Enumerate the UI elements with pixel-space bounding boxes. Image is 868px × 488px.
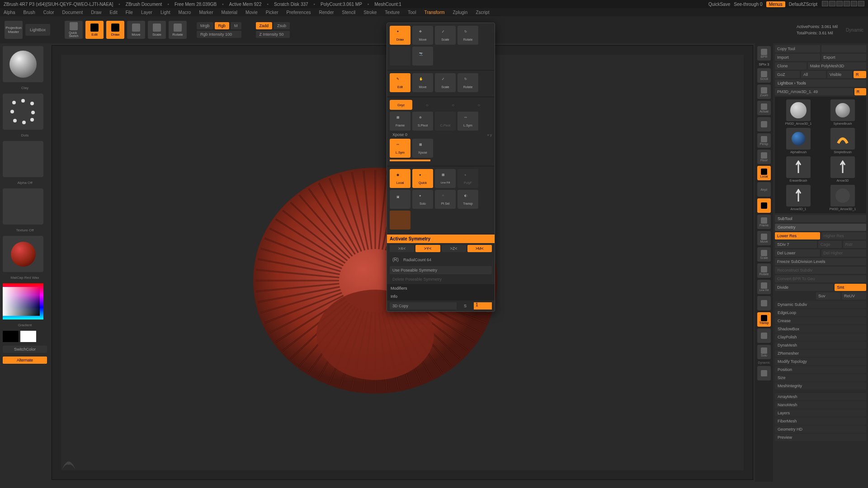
goz-visible-button[interactable]: Visible [827,71,852,78]
m-button[interactable]: M [231,22,241,29]
freeze-subdiv-button[interactable]: Freeze SubDivision Levels [775,258,866,265]
export-button[interactable]: Export [821,54,867,61]
section-meshintegrity[interactable]: MeshIntegrity [775,382,866,389]
fp-edit-button[interactable]: ✎Edit [390,73,410,92]
suv-button[interactable]: Suv [816,292,840,300]
section-position[interactable]: Position [775,366,866,373]
section-arraymesh[interactable]: ArrayMesh [775,393,866,400]
section-geometry-hd[interactable]: Geometry HD [775,426,866,433]
quick-button[interactable]: ●Quick [412,169,433,188]
solo-button[interactable]: Solo [757,345,771,359]
rotate-button[interactable]: Rotate [169,21,187,39]
menu-preferences[interactable]: Preferences [287,10,311,15]
sym-m-button[interactable]: >M< [467,245,492,252]
local-button[interactable]: Local [757,166,771,180]
transp-button[interactable]: ◐Transp [458,190,478,209]
menu-edit[interactable]: Edit [110,10,118,15]
fp-move-button[interactable]: ✥Move [412,26,433,45]
frame-button[interactable]: ▦Frame [390,112,410,131]
lower-res-button[interactable]: Lower Res [775,232,820,239]
menu-render[interactable]: Render [319,10,334,15]
sym-x-button[interactable]: >X< [390,245,414,252]
material-thumbnail[interactable] [3,236,43,272]
tool-item[interactable]: SimpleBrush [822,128,863,154]
color-swatch-white[interactable] [20,331,36,342]
divide-button[interactable]: Divide [775,284,833,291]
fp-camera-button[interactable]: 📷 [412,47,433,66]
activate-symmetry-header[interactable]: Activate Symmetry [387,235,495,243]
smt-button[interactable]: Smt [835,284,866,291]
zadd-button[interactable]: Zadd [256,22,273,29]
lightbox-button[interactable]: LightBox [25,24,50,36]
menu-texture[interactable]: Texture [385,10,400,15]
menu-brush[interactable]: Brush [24,10,35,15]
copy-value-slider[interactable]: 1 [474,302,492,310]
sdiv-slider[interactable]: SDiv 7 [775,241,817,248]
fp-rotate-button[interactable]: ↻Rotate [458,26,478,45]
radial-r-button[interactable]: (R) [390,256,401,263]
paste-tool-button[interactable] [821,45,867,52]
zsub-button[interactable]: Zsub [274,22,290,29]
dynamic-button[interactable] [390,211,410,230]
stroke-thumbnail[interactable] [3,94,43,130]
rotate-nav-button[interactable]: Rotate [757,263,771,278]
tool-item[interactable]: SphereBrush [822,99,863,125]
del-lower-button[interactable]: Del Lower [775,249,820,257]
z-intensity-slider[interactable]: Z Intensity 50 [256,31,290,38]
switchcolor-button[interactable]: SwitchColor [3,346,47,353]
zoom-button[interactable]: Zoom [757,84,771,99]
sym-z-button[interactable]: >Z< [442,245,466,252]
fp-scale2-button[interactable]: ⤢Scale [435,73,456,92]
radialcount-slider[interactable]: RadialCount 64 [403,258,492,262]
quicksave-button[interactable]: QuickSave [708,2,730,7]
lsym-button[interactable] [757,198,771,213]
default-zscript[interactable]: DefaultZScript [789,2,817,7]
color-swatch-black[interactable] [3,331,19,342]
tool-r-button[interactable]: R [854,88,866,95]
delete-poseable-button[interactable]: Delete Poseable Symmetry [390,275,492,283]
local-button[interactable]: ◉Local [390,169,410,188]
polyf-button[interactable] [757,296,771,310]
quicksketch-button[interactable]: Quick Sketch [65,21,83,39]
menu-picker[interactable]: Picker [266,10,278,15]
lightbox-tools-header[interactable]: Lightbox › Tools [775,80,866,87]
gz-icon[interactable]: ○ [477,103,480,108]
tool-item[interactable]: AlphaBrush [778,128,819,154]
section-shadowbox[interactable]: ShadowBox [775,325,866,333]
cage-button[interactable]: Cage [818,241,842,248]
xpose-nav-button[interactable] [757,366,771,380]
reuv-button[interactable]: ReUV [842,292,866,300]
floor-button[interactable]: Floor [757,150,771,164]
scale-button[interactable]: Scale [148,21,166,39]
persp-button[interactable]: Persp [757,133,771,148]
section-modify-topology[interactable]: Modify Topology [775,358,866,365]
color-picker[interactable] [3,283,43,319]
seethrough-slider[interactable]: See-through 0 [734,2,762,7]
xpose-button[interactable]: ▦Xpose [412,139,433,158]
section-preview[interactable]: Preview [775,434,866,441]
alpha-thumbnail[interactable] [3,141,43,177]
section-crease[interactable]: Crease [775,317,866,324]
del-higher-button[interactable]: Del Higher [821,249,867,257]
projection-master-button[interactable]: Projection Master [5,21,23,39]
spivot-button[interactable]: ⊕S.Pivot [412,112,433,131]
menu-zplugin[interactable]: Zplugin [453,10,468,15]
menu-file[interactable]: File [126,10,133,15]
linefill-button[interactable]: ▦Line Fill [435,169,456,188]
reconstruct-button[interactable]: Reconstruct Subdiv [775,267,866,274]
fp-snapshot-button[interactable] [390,47,410,66]
higher-res-button[interactable]: Higher Res [821,232,867,239]
brush-thumbnail[interactable] [3,46,43,82]
3d-copy-button[interactable]: 3D Copy [390,302,457,310]
subtool-header[interactable]: SubTool [775,215,866,222]
move-nav-button[interactable]: Move [757,231,771,245]
menu-layer[interactable]: Layer [141,10,152,15]
rgb-intensity-slider[interactable]: Rgb Intensity 100 [197,31,241,38]
menu-zscript[interactable]: Zscript [476,10,489,15]
menu-color[interactable]: Color [43,10,54,15]
axyz-button[interactable]: Axyz [757,182,771,197]
scale-nav-button[interactable]: Scale [757,247,771,262]
tool-item[interactable]: PM3D_Arrow3D_1 [778,99,819,125]
gxyz-button[interactable]: Gxyz [390,100,412,110]
tool-item[interactable]: EraserBrush [778,156,819,182]
